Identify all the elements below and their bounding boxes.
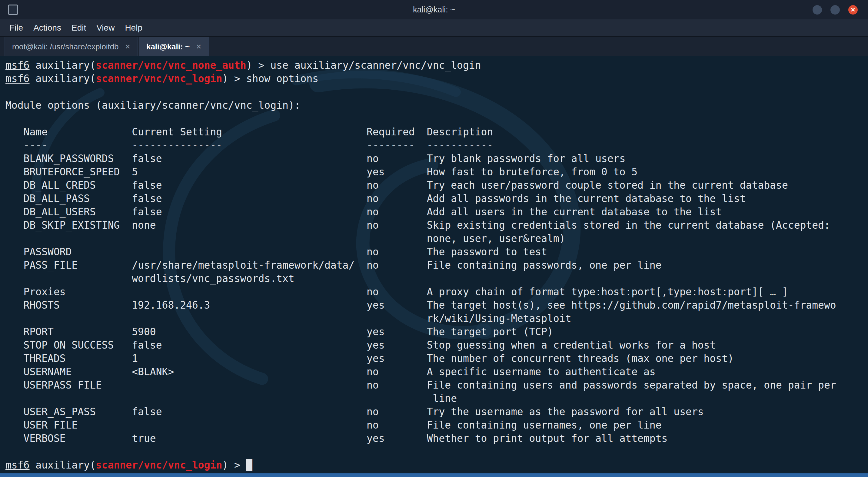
option-required: no bbox=[367, 259, 427, 285]
option-row-userpass-file: USERPASS_FILEnoFile containing users and… bbox=[5, 379, 868, 405]
menu-item-edit[interactable]: Edit bbox=[66, 23, 91, 33]
option-setting: 1 bbox=[132, 352, 367, 365]
option-name: ---- bbox=[24, 139, 132, 152]
terminal-text-segment: auxiliary( bbox=[29, 59, 96, 71]
maximize-button[interactable] bbox=[831, 5, 840, 14]
option-description: Try the username as the password for all… bbox=[427, 405, 868, 418]
option-name: DB_ALL_CREDS bbox=[24, 179, 132, 192]
option-description: Try each user/password couple stored in … bbox=[427, 179, 868, 192]
option-description: Add all users in the current database to… bbox=[427, 205, 868, 219]
option-description: File containing users and passwords sepa… bbox=[427, 379, 868, 405]
terminal-line: Module options (auxiliary/scanner/vnc/vn… bbox=[5, 99, 868, 112]
tab-close-icon[interactable]: × bbox=[125, 42, 130, 52]
option-required: no bbox=[367, 379, 427, 405]
tab-root-kali-usr-share-exploitdb[interactable]: root@kali: /usr/share/exploitdb× bbox=[4, 37, 138, 56]
option-row-user-as-pass: USER_AS_PASSfalsenoTry the username as t… bbox=[5, 405, 868, 418]
option-description: Add all passwords in the current databas… bbox=[427, 192, 868, 205]
tab-close-icon[interactable]: × bbox=[196, 42, 201, 52]
option-name: THREADS bbox=[24, 352, 132, 365]
terminal-text-segment: show options bbox=[246, 73, 318, 85]
option-description: How fast to bruteforce, from 0 to 5 bbox=[427, 165, 868, 179]
minimize-button[interactable] bbox=[812, 5, 822, 14]
terminal-line: msf6 auxiliary(scanner/vnc/vnc_login) > … bbox=[5, 72, 868, 86]
option-setting: Current Setting bbox=[132, 125, 367, 139]
option-setting: --------------- bbox=[132, 139, 367, 152]
menu-bar: FileActionsEditViewHelp bbox=[0, 20, 868, 36]
option-setting: 192.168.246.3 bbox=[132, 298, 367, 325]
option-setting bbox=[132, 379, 367, 405]
row-indent bbox=[5, 352, 24, 365]
option-required: yes bbox=[367, 352, 427, 365]
option-required: no bbox=[367, 192, 427, 205]
option-row-rport: RPORT5900yesThe target port (TCP) bbox=[5, 325, 868, 339]
option-name: VERBOSE bbox=[24, 432, 132, 445]
option-row-user-file: USER_FILEnoFile containing usernames, on… bbox=[5, 418, 868, 432]
option-required: no bbox=[367, 405, 427, 418]
terminal-line bbox=[5, 445, 868, 458]
menu-item-view[interactable]: View bbox=[91, 23, 120, 33]
option-row-pass-file: PASS_FILE/usr/share/metasploit-framework… bbox=[5, 259, 868, 285]
row-indent bbox=[5, 339, 24, 352]
module-name-text: scanner/vnc/vnc_none_auth bbox=[96, 59, 246, 71]
option-setting: true bbox=[132, 432, 367, 445]
option-description: The target host(s), see https://github.c… bbox=[427, 298, 868, 325]
terminal-output[interactable]: msf6 auxiliary(scanner/vnc/vnc_none_auth… bbox=[0, 56, 868, 473]
prompt-msf6: msf6 bbox=[5, 59, 29, 71]
row-indent bbox=[5, 325, 24, 339]
module-name-text: scanner/vnc/vnc_login bbox=[96, 459, 222, 471]
option-row-username: USERNAME<BLANK>noA specific username to … bbox=[5, 365, 868, 379]
prompt-msf6: msf6 bbox=[5, 459, 29, 471]
option-row-stop-on-success: STOP_ON_SUCCESSfalseyesStop guessing whe… bbox=[5, 339, 868, 352]
block-cursor: █ bbox=[246, 459, 252, 471]
option-setting: false bbox=[132, 179, 367, 192]
option-row-bruteforce-speed: BRUTEFORCE_SPEED5yesHow fast to brutefor… bbox=[5, 165, 868, 179]
row-indent bbox=[5, 285, 24, 298]
option-description: The target port (TCP) bbox=[427, 325, 868, 339]
option-required: no bbox=[367, 418, 427, 432]
option-setting: false bbox=[132, 152, 367, 165]
terminal-content: msf6 auxiliary(scanner/vnc/vnc_none_auth… bbox=[5, 59, 868, 472]
option-name: USERPASS_FILE bbox=[24, 379, 132, 405]
option-name: Name bbox=[24, 125, 132, 139]
option-name: PASSWORD bbox=[24, 245, 132, 259]
option-required: no bbox=[367, 245, 427, 259]
option-name: USER_AS_PASS bbox=[24, 405, 132, 418]
menu-item-help[interactable]: Help bbox=[120, 23, 148, 33]
close-button[interactable]: ✕ bbox=[848, 5, 858, 14]
close-icon: ✕ bbox=[851, 7, 856, 13]
option-required: yes bbox=[367, 165, 427, 179]
row-indent bbox=[5, 245, 24, 259]
row-indent bbox=[5, 125, 24, 139]
terminal-line bbox=[5, 86, 868, 99]
option-required: yes bbox=[367, 298, 427, 325]
option-description: File containing usernames, one per line bbox=[427, 418, 868, 432]
option-name: Proxies bbox=[24, 285, 132, 298]
terminal-window: kali@kali: ~ ✕ FileActionsEditViewHelp r… bbox=[0, 0, 868, 477]
option-description: Description bbox=[427, 125, 868, 139]
tab-kali-kali[interactable]: kali@kali: ~× bbox=[139, 37, 209, 56]
option-description: File containing passwords, one per line bbox=[427, 259, 868, 285]
window-title: kali@kali: ~ bbox=[0, 5, 868, 14]
row-indent bbox=[5, 165, 24, 179]
row-indent bbox=[5, 192, 24, 205]
row-indent bbox=[5, 418, 24, 432]
option-description: A specific username to authenticate as bbox=[427, 365, 868, 379]
option-name: RPORT bbox=[24, 325, 132, 339]
window-bottom-border bbox=[0, 473, 868, 477]
option-name: DB_ALL_PASS bbox=[24, 192, 132, 205]
row-indent bbox=[5, 139, 24, 152]
option-required: -------- bbox=[367, 139, 427, 152]
menu-item-file[interactable]: File bbox=[4, 23, 28, 33]
option-row-password: PASSWORDnoThe password to test bbox=[5, 245, 868, 259]
terminal-text-segment: ) > bbox=[222, 459, 246, 471]
option-name: STOP_ON_SUCCESS bbox=[24, 339, 132, 352]
option-setting: none bbox=[132, 219, 367, 245]
menu-item-actions[interactable]: Actions bbox=[28, 23, 66, 33]
terminal-text-segment: auxiliary( bbox=[29, 73, 96, 85]
option-row-proxies: ProxiesnoA proxy chain of format type:ho… bbox=[5, 285, 868, 298]
option-description: The password to test bbox=[427, 245, 868, 259]
row-indent bbox=[5, 379, 24, 405]
row-indent bbox=[5, 432, 24, 445]
terminal-text-segment: ) > bbox=[246, 59, 270, 71]
row-indent bbox=[5, 259, 24, 285]
